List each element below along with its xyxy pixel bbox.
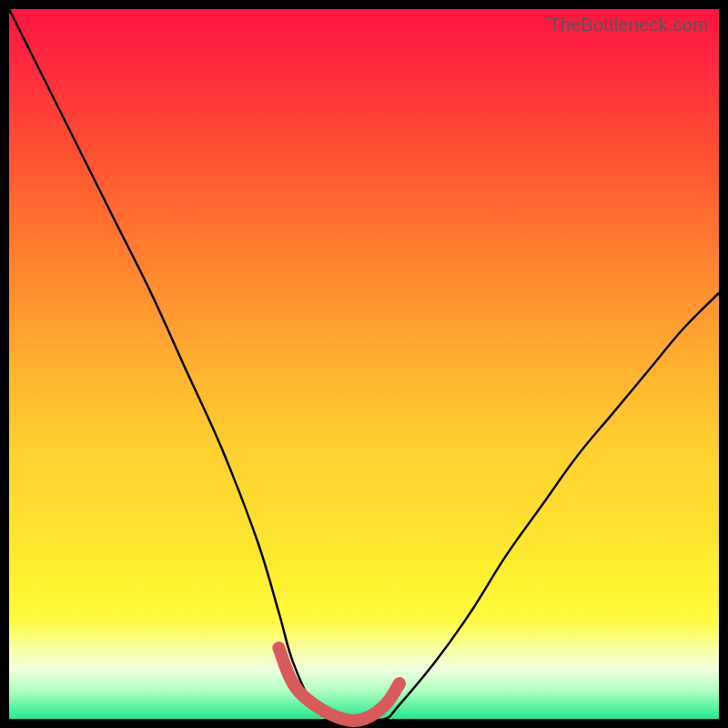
bottleneck-curve [9, 9, 719, 720]
watermark-text: TheBottleneck.com [549, 15, 708, 35]
sweet-spot-band [278, 648, 399, 721]
chart-frame: TheBottleneck.com [9, 9, 719, 719]
chart-svg [9, 9, 719, 719]
